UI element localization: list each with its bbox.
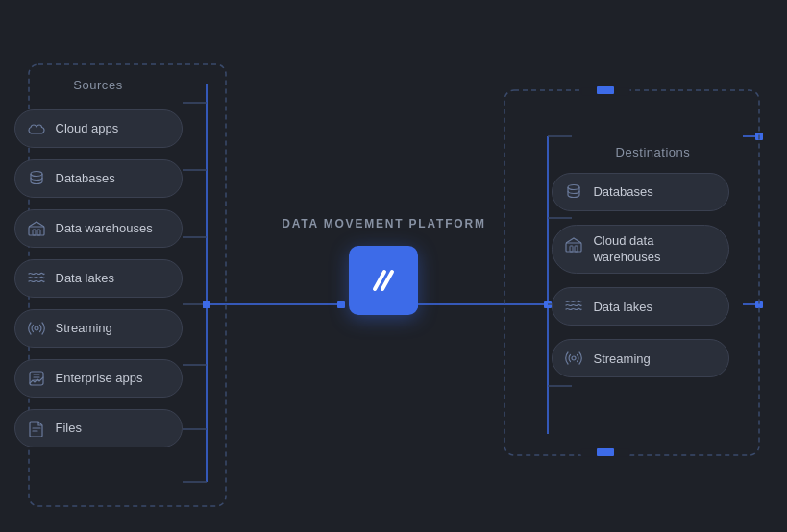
source-files-label: Files: [56, 421, 82, 435]
source-databases: Databases: [14, 159, 183, 198]
source-enterprise-apps: Enterprise apps: [14, 359, 183, 398]
dest-data-lakes-label: Data lakes: [593, 300, 652, 314]
svg-rect-39: [575, 246, 578, 252]
source-streaming: Streaming: [14, 309, 183, 348]
sources-label: Sources: [14, 78, 183, 92]
svg-rect-33: [37, 230, 40, 235]
platform-logo-box: [349, 246, 418, 315]
svg-rect-37: [566, 243, 581, 252]
svg-rect-25: [597, 86, 614, 94]
destinations-column: Destinations Databases: [552, 141, 773, 392]
svg-rect-32: [33, 230, 36, 235]
svg-rect-27: [597, 448, 614, 456]
dest-cloud-data-warehouses-label: Cloud data warehouses: [593, 233, 713, 266]
source-streaming-label: Streaming: [56, 321, 112, 335]
cloud-icon: [27, 119, 46, 138]
svg-rect-20: [755, 133, 763, 140]
source-databases-label: Databases: [56, 171, 115, 185]
dest-data-lakes: Data lakes: [552, 287, 729, 326]
dest-streaming-icon: [564, 349, 583, 368]
source-data-warehouses: Data warehouses: [14, 209, 183, 248]
diagram-container: Sources Cloud apps Databases: [14, 12, 774, 520]
source-cloud-apps-label: Cloud apps: [56, 121, 119, 135]
dest-lake-icon: [564, 297, 583, 316]
svg-point-36: [568, 184, 579, 189]
dest-warehouse-icon: [564, 235, 583, 254]
svg-rect-13: [544, 301, 552, 308]
dest-cloud-data-warehouses: Cloud data warehouses: [552, 225, 729, 275]
source-data-warehouses-label: Data warehouses: [56, 221, 153, 235]
svg-point-30: [31, 171, 42, 176]
destinations-label: Destinations: [552, 145, 753, 159]
enterprise-icon: [27, 369, 46, 388]
warehouse-icon: [27, 219, 46, 238]
dest-streaming: Streaming: [552, 339, 729, 377]
svg-point-34: [35, 326, 38, 330]
source-enterprise-apps-label: Enterprise apps: [56, 371, 143, 385]
dest-database-icon: [564, 182, 583, 202]
sources-column: Sources Cloud apps Databases: [14, 74, 216, 459]
svg-rect-35: [30, 372, 43, 385]
source-cloud-apps: Cloud apps: [14, 109, 183, 148]
dest-databases-label: Databases: [593, 184, 652, 199]
source-data-lakes: Data lakes: [14, 259, 183, 298]
svg-rect-24: [581, 87, 629, 95]
svg-rect-38: [570, 246, 573, 252]
dest-databases: Databases: [552, 173, 729, 211]
source-data-lakes-label: Data lakes: [56, 271, 114, 285]
svg-rect-31: [29, 227, 44, 235]
platform-center: DATA MOVEMENT PLATFORM: [282, 217, 485, 315]
files-icon: [27, 419, 46, 438]
svg-rect-26: [581, 448, 629, 456]
svg-point-40: [572, 356, 576, 360]
streaming-icon: [27, 319, 46, 338]
database-icon: [27, 169, 46, 188]
platform-label: DATA MOVEMENT PLATFORM: [282, 217, 485, 230]
source-files: Files: [14, 409, 183, 447]
lake-icon: [27, 269, 46, 288]
dest-streaming-label: Streaming: [593, 351, 650, 366]
